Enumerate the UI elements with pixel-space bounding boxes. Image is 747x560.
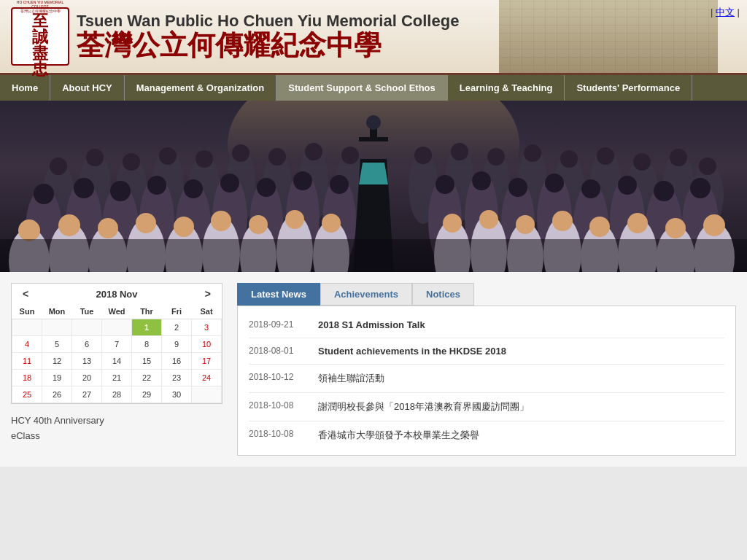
calendar-day[interactable]: 22 [132,370,162,386]
news-date: 2018-10-08 [249,429,303,439]
calendar-day[interactable]: 27 [72,386,102,403]
calendar-day[interactable]: 28 [102,386,132,403]
calendar-day[interactable]: 25 [12,386,42,403]
calendar-day[interactable]: 14 [102,353,132,370]
calendar-day[interactable]: 9 [162,336,192,353]
main-nav: Home About HCY Management & Organization… [0,75,747,101]
svg-point-110 [703,214,725,236]
calendar-grid: Sun Mon Tue Wed Thr Fri Sat 123456789101… [12,304,222,403]
svg-point-36 [670,149,687,166]
calendar-day[interactable]: 20 [72,370,102,386]
nav-student-support[interactable]: Student Support & School Ethos [276,75,448,101]
news-date: 2018-09-21 [249,319,303,330]
svg-rect-111 [0,239,747,272]
day-thr: Thr [132,304,162,319]
calendar-day[interactable]: 16 [162,353,192,370]
calendar-day [72,319,102,336]
calendar-prev[interactable]: < [19,288,32,300]
calendar-day[interactable]: 1 [132,319,162,336]
svg-point-75 [366,115,381,130]
calendar-day[interactable]: 17 [192,353,222,370]
news-item: 2018-10-08香港城市大學頒發予本校畢業生之榮譽 [249,421,724,449]
svg-point-35 [633,153,651,171]
svg-point-26 [268,148,286,166]
calendar-day[interactable]: 24 [192,370,222,386]
nav-management[interactable]: Management & Organization [125,75,277,101]
nav-learning[interactable]: Learning & Teaching [448,75,565,101]
svg-marker-76 [359,163,388,184]
news-title-link[interactable]: Student achievements in the HKDSE 2018 [318,346,506,357]
news-title-link[interactable]: 領袖生聯誼活動 [318,373,384,384]
calendar-week-row: 45678910 [12,336,222,353]
calendar-day[interactable]: 26 [42,386,72,403]
svg-point-94 [18,219,40,241]
svg-point-67 [545,174,564,192]
svg-point-104 [479,210,498,229]
calendar-title: 2018 Nov [96,289,137,300]
news-title[interactable]: 謝潤明校長參與「2018年港澳教育界國慶訪問團」 [318,400,529,413]
language-switcher[interactable]: | 中文 | [711,6,740,19]
building-image [499,0,718,73]
school-name-chinese: 荃灣公立何傳耀紀念中學 [77,31,459,61]
calendar-day[interactable]: 10 [192,336,222,353]
svg-point-30 [451,143,468,160]
news-title-link[interactable]: 謝潤明校長參與「2018年港澳教育界國慶訪問團」 [318,401,529,412]
svg-point-99 [211,211,231,231]
calendar-week-row: 123 [12,319,222,336]
calendar-day[interactable]: 19 [42,370,72,386]
calendar-day[interactable]: 5 [42,336,72,353]
svg-point-64 [436,175,454,194]
nav-performance[interactable]: Students' Performance [565,75,692,101]
news-date: 2018-10-08 [249,400,303,411]
svg-point-28 [341,147,359,164]
calendar-day[interactable]: 30 [162,386,192,403]
tab-notices[interactable]: Notices [412,283,474,306]
day-wed: Wed [102,304,132,319]
news-title[interactable]: Student achievements in the HKDSE 2018 [318,346,506,357]
calendar-day[interactable]: 12 [42,353,72,370]
svg-point-105 [516,215,535,234]
calendar-day[interactable]: 11 [12,353,42,370]
calendar-day[interactable]: 21 [102,370,132,386]
calendar-header: < 2018 Nov > [12,284,222,304]
svg-point-63 [330,175,349,194]
svg-point-24 [196,150,213,168]
svg-point-68 [581,179,600,198]
calendar-day [192,386,222,403]
calendar-day[interactable]: 8 [132,336,162,353]
news-title[interactable]: 香港城市大學頒發予本校畢業生之榮譽 [318,429,479,442]
news-content: 2018-09-212018 S1 Admission Talk2018-08-… [237,306,736,456]
svg-point-33 [560,150,578,168]
calendar-day[interactable]: 7 [102,336,132,353]
calendar-day[interactable]: 6 [72,336,102,353]
calendar-day[interactable]: 3 [192,319,222,336]
svg-point-102 [322,214,341,233]
day-sun: Sun [12,304,42,319]
calendar-day [12,319,42,336]
calendar-day[interactable]: 4 [12,336,42,353]
svg-point-21 [86,149,104,166]
calendar-day[interactable]: 18 [12,370,42,386]
calendar-day[interactable]: 29 [132,386,162,403]
news-title[interactable]: 領袖生聯誼活動 [318,372,384,385]
svg-point-95 [58,214,80,236]
news-title-link[interactable]: 2018 S1 Admission Talk [318,319,425,330]
calendar-day[interactable]: 13 [72,353,102,370]
svg-point-70 [654,181,674,201]
calendar-day[interactable]: 15 [132,353,162,370]
news-section: Latest News Achievements Notices 2018-09… [222,283,736,456]
svg-point-57 [110,181,131,201]
news-title[interactable]: 2018 S1 Admission Talk [318,319,425,330]
hcy-anniversary-link[interactable]: HCY 40th Anniversary [11,413,222,428]
calendar-day[interactable]: 23 [162,370,192,386]
tab-latest-news[interactable]: Latest News [237,283,320,306]
news-item: 2018-10-08謝潤明校長參與「2018年港澳教育界國慶訪問團」 [249,393,724,421]
nav-about[interactable]: About HCY [50,75,125,101]
tab-achievements[interactable]: Achievements [320,283,412,306]
calendar-links: HCY 40th Anniversary eClass [11,413,222,443]
eclass-link[interactable]: eClass [11,428,222,443]
nav-home[interactable]: Home [0,75,50,101]
news-title-link[interactable]: 香港城市大學頒發予本校畢業生之榮譽 [318,429,479,440]
calendar-next[interactable]: > [201,288,214,300]
calendar-day[interactable]: 2 [162,319,192,336]
